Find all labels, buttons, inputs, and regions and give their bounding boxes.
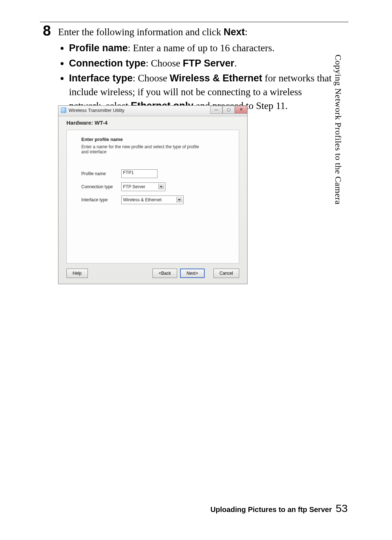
connection-type-select[interactable]: FTP Server (121, 182, 166, 191)
close-button[interactable]: ✕ (235, 106, 247, 114)
bullet2-label: Connection type (69, 58, 146, 69)
app-icon (61, 107, 66, 113)
window-title: Wireless Transmitter Utility (69, 108, 124, 113)
interface-type-value: Wireless & Ethernet (123, 197, 162, 202)
bullet1-text: : Enter a name of up to 16 characters. (128, 43, 274, 53)
bullet3-label: Interface type (69, 73, 133, 84)
profile-name-input[interactable]: FTP1 (121, 169, 158, 178)
bullet2-bold: FTP Server (183, 58, 234, 69)
interface-type-select[interactable]: Wireless & Ethernet (121, 196, 184, 204)
instruction-text: Enter the following information and clic… (58, 25, 338, 114)
bullet2-post: . (234, 58, 237, 69)
maximize-button[interactable]: ▢ (222, 106, 235, 114)
intro-next: Next (224, 27, 245, 37)
page-number: 53 (336, 502, 348, 514)
label-connection-type: Connection type (81, 184, 121, 189)
help-button[interactable]: Help (66, 269, 88, 278)
bullet2-mid: : Choose (146, 58, 183, 69)
page-footer: Uploading Pictures to an ftp Server 53 (211, 502, 348, 515)
connection-type-value: FTP Server (123, 184, 145, 189)
panel-subtext: Enter a name for the new profile and sel… (81, 144, 205, 155)
bullet1-label: Profile name (69, 43, 128, 53)
cancel-button[interactable]: Cancel (213, 269, 239, 278)
bullet3-mid: : Choose (133, 73, 170, 84)
next-button[interactable]: Next> (180, 269, 205, 278)
side-tab-label: Copying Network Profiles to the Camera (333, 55, 343, 205)
top-rule (40, 22, 348, 22)
titlebar[interactable]: Wireless Transmitter Utility — ▢ ✕ (58, 106, 247, 116)
label-interface-type: Interface type (81, 197, 121, 202)
panel-heading: Enter profile name (81, 137, 224, 142)
content-panel: Enter profile name Enter a name for the … (66, 130, 239, 263)
label-profile-name: Profile name (81, 171, 121, 176)
hardware-label: Hardware: WT-4 (66, 120, 107, 126)
step-number: 8 (43, 23, 51, 39)
intro-colon: : (245, 27, 248, 37)
intro-text: Enter the following information and clic… (58, 27, 224, 37)
footer-title: Uploading Pictures to an ftp Server (211, 505, 332, 513)
back-button[interactable]: <Back (152, 269, 177, 278)
minimize-button[interactable]: — (210, 106, 222, 114)
bullet3-bold1: Wireless & Ethernet (170, 73, 262, 84)
dialog-window: Wireless Transmitter Utility — ▢ ✕ Hardw… (58, 105, 248, 284)
